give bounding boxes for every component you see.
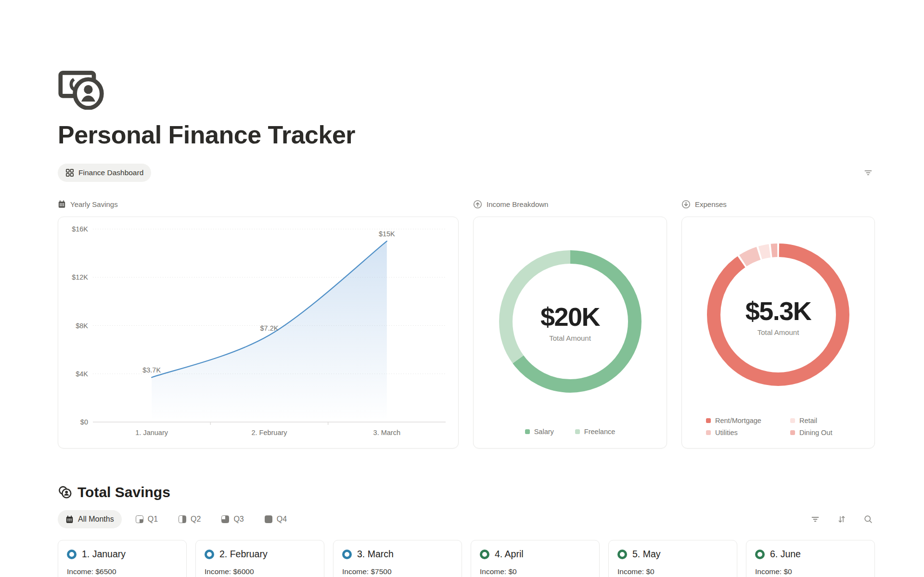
legend-label: Utilities xyxy=(715,429,738,436)
legend-swatch xyxy=(706,418,711,423)
month-card-title: 4. April xyxy=(495,549,524,560)
legend-swatch xyxy=(790,418,795,423)
legend-item[interactable]: Retail xyxy=(790,417,833,424)
expenses-header: Expenses xyxy=(681,198,875,210)
finance-tracker-page: Personal Finance Tracker Finance Dashboa… xyxy=(0,67,924,577)
legend-item[interactable]: Dining Out xyxy=(790,429,833,436)
page-title: Personal Finance Tracker xyxy=(58,120,875,149)
month-card-header: 1. January xyxy=(67,549,178,560)
month-card[interactable]: 2. February Income: $6000 xyxy=(195,540,324,577)
month-status-icon xyxy=(755,550,765,559)
sort-icon[interactable] xyxy=(835,513,848,526)
expenses-donut-chart xyxy=(682,217,874,448)
month-status-icon xyxy=(67,550,77,559)
circle-arrow-up-icon xyxy=(473,200,482,209)
month-card[interactable]: 4. April Income: $0 xyxy=(471,540,600,577)
month-card-income: Income: $7500 xyxy=(342,567,453,576)
svg-text:1. January: 1. January xyxy=(135,429,168,436)
coins-icon xyxy=(58,485,72,500)
legend-label: Salary xyxy=(534,428,554,436)
month-status-icon xyxy=(342,550,352,559)
month-card[interactable]: 6. June Income: $0 xyxy=(746,540,875,577)
month-card-title: 6. June xyxy=(770,549,801,560)
month-card-income: Income: $0 xyxy=(480,567,590,576)
expenses-card: $5.3K Total Amount Rent/MortgageUtilitie… xyxy=(681,217,875,449)
svg-text:$3.7K: $3.7K xyxy=(142,366,161,374)
month-status-icon xyxy=(617,550,627,559)
month-card-income: Income: $6000 xyxy=(205,567,315,576)
filter-icon[interactable] xyxy=(861,166,875,180)
month-status-icon xyxy=(480,550,489,559)
svg-text:$16K: $16K xyxy=(72,225,88,233)
month-card-title: 1. January xyxy=(82,549,126,560)
tab-label: All Months xyxy=(78,515,114,524)
quarter-3-icon xyxy=(221,515,229,523)
tab-q4[interactable]: Q4 xyxy=(258,510,294,528)
filter-icon[interactable] xyxy=(808,513,822,526)
month-card[interactable]: 5. May Income: $0 xyxy=(608,540,737,577)
svg-text:$0: $0 xyxy=(80,418,88,426)
yearly-savings-card: $0$4K$8K$12K$16K1. January2. February3. … xyxy=(58,217,459,449)
legend-item[interactable]: Salary xyxy=(525,428,554,436)
svg-text:$12K: $12K xyxy=(72,273,88,281)
month-card-title: 3. March xyxy=(357,549,394,560)
tab-label: Q2 xyxy=(191,515,201,524)
tab-q3[interactable]: Q3 xyxy=(215,510,250,528)
view-toolbar: Finance Dashboard xyxy=(58,164,875,182)
svg-text:$7.2K: $7.2K xyxy=(260,324,279,332)
month-card-title: 2. February xyxy=(219,549,268,560)
view-tab-finance-dashboard[interactable]: Finance Dashboard xyxy=(58,164,151,182)
quarter-1-icon xyxy=(136,515,143,523)
month-card-header: 3. March xyxy=(342,549,453,560)
search-icon[interactable] xyxy=(861,513,875,526)
chart-title: Yearly Savings xyxy=(70,200,118,208)
view-tab-label: Finance Dashboard xyxy=(78,168,143,177)
expenses-section: Expenses $5.3K Total Amount Rent/Mortgag… xyxy=(681,198,875,449)
month-card-header: 4. April xyxy=(480,549,590,560)
month-card[interactable]: 1. January Income: $6500 xyxy=(58,540,187,577)
legend-label: Dining Out xyxy=(799,429,833,436)
total-savings-heading: Total Savings xyxy=(58,484,875,500)
legend-swatch xyxy=(790,430,795,435)
quarter-4-icon xyxy=(265,515,272,523)
month-card-income: Income: $0 xyxy=(617,567,728,576)
expenses-legend: Rent/MortgageUtilitiesRetailDining Out xyxy=(706,414,832,438)
svg-text:$15K: $15K xyxy=(379,230,395,238)
svg-text:$8K: $8K xyxy=(76,322,88,330)
income-donut-chart xyxy=(474,217,667,448)
legend-swatch xyxy=(525,429,530,434)
month-card-header: 6. June xyxy=(755,549,866,560)
total-savings-title: Total Savings xyxy=(77,484,170,500)
tab-q2[interactable]: Q2 xyxy=(172,510,207,528)
legend-label: Rent/Mortgage xyxy=(715,417,761,424)
chart-title: Expenses xyxy=(695,200,727,208)
legend-label: Freelance xyxy=(584,428,615,436)
month-card-income: Income: $6500 xyxy=(67,567,178,576)
money-portrait-icon[interactable] xyxy=(58,67,106,110)
legend-item[interactable]: Freelance xyxy=(575,428,615,436)
legend-item[interactable]: Rent/Mortgage xyxy=(706,417,761,424)
chart-title: Income Breakdown xyxy=(487,200,548,208)
month-card-income: Income: $0 xyxy=(755,567,866,576)
legend-item[interactable]: Utilities xyxy=(706,429,761,436)
month-card-title: 5. May xyxy=(632,549,661,560)
calendar-icon xyxy=(65,515,74,524)
tab-label: Q3 xyxy=(233,515,244,524)
yearly-savings-chart: $0$4K$8K$12K$16K1. January2. February3. … xyxy=(58,217,458,448)
circle-arrow-down-icon xyxy=(681,200,691,209)
income-breakdown-section: Income Breakdown $20K Total Amount Salar… xyxy=(473,198,667,449)
svg-text:3. March: 3. March xyxy=(373,429,400,436)
month-card[interactable]: 3. March Income: $7500 xyxy=(333,540,462,577)
list-toolbar-icons xyxy=(808,513,875,526)
month-status-icon xyxy=(205,550,214,559)
legend-label: Retail xyxy=(799,417,817,424)
total-savings-toolbar: All Months Q1 Q2 Q3 Q4 xyxy=(58,510,875,528)
tab-label: Q1 xyxy=(148,515,158,524)
quarter-2-icon xyxy=(179,515,186,523)
dashboard-charts: Yearly Savings $0$4K$8K$12K$16K1. Januar… xyxy=(58,198,875,449)
tab-q1[interactable]: Q1 xyxy=(129,510,165,528)
yearly-savings-header: Yearly Savings xyxy=(58,198,459,210)
tab-all-months[interactable]: All Months xyxy=(58,510,122,528)
income-legend: SalaryFreelance xyxy=(474,428,667,436)
income-breakdown-header: Income Breakdown xyxy=(473,198,667,210)
